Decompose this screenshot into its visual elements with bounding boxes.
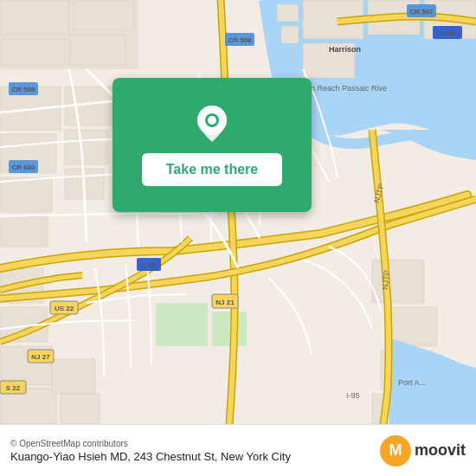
svg-text:S 22: S 22 bbox=[6, 384, 21, 392]
svg-text:NJ 21: NJ 21 bbox=[215, 299, 235, 306]
svg-rect-3 bbox=[74, 0, 134, 30]
svg-rect-31 bbox=[156, 303, 208, 346]
svg-rect-25 bbox=[52, 359, 95, 394]
svg-text:CR 509: CR 509 bbox=[11, 86, 35, 93]
svg-rect-10 bbox=[277, 4, 299, 22]
svg-rect-4 bbox=[0, 39, 65, 65]
svg-text:Port A...: Port A... bbox=[398, 378, 426, 387]
svg-text:NJ 27: NJ 27 bbox=[31, 353, 50, 361]
take-me-there-button[interactable]: Take me there bbox=[142, 153, 282, 186]
svg-point-61 bbox=[208, 116, 216, 125]
svg-text:US 22: US 22 bbox=[55, 305, 74, 312]
svg-text:Harrison: Harrison bbox=[329, 45, 361, 54]
bottom-left-info: © OpenStreetMap contributors Kuango-Yiao… bbox=[10, 439, 291, 463]
moovit-logo: M moovit bbox=[380, 435, 466, 466]
svg-text:I-95: I-95 bbox=[346, 391, 360, 400]
svg-rect-2 bbox=[0, 0, 69, 35]
address-text: Kuango-Yiao Hsieh MD, 243 Chestnut St, N… bbox=[10, 450, 291, 463]
moovit-brand-text: moovit bbox=[415, 441, 466, 460]
svg-rect-27 bbox=[372, 260, 424, 303]
bottom-bar: © OpenStreetMap contributors Kuango-Yiao… bbox=[0, 424, 476, 476]
location-card: Take me there bbox=[113, 78, 312, 212]
svg-rect-26 bbox=[61, 394, 100, 424]
svg-rect-15 bbox=[0, 216, 48, 247]
svg-text:I 78: I 78 bbox=[143, 261, 155, 269]
svg-text:CR 507: CR 507 bbox=[409, 8, 434, 16]
svg-text:CR 508: CR 508 bbox=[228, 36, 252, 44]
location-pin-icon bbox=[193, 105, 231, 143]
svg-text:CR 603: CR 603 bbox=[11, 164, 35, 171]
svg-rect-14 bbox=[0, 177, 52, 212]
svg-text:I 280: I 280 bbox=[440, 29, 455, 37]
svg-rect-11 bbox=[281, 26, 299, 43]
moovit-icon: M bbox=[380, 435, 411, 466]
osm-credit: © OpenStreetMap contributors bbox=[10, 439, 291, 448]
svg-rect-32 bbox=[212, 312, 247, 346]
svg-rect-17 bbox=[65, 130, 108, 164]
svg-rect-5 bbox=[69, 35, 125, 65]
svg-text:NJTP: NJTP bbox=[381, 270, 391, 290]
map-container: CR 507 CR 508 I 280 CR 509 CR 603 NJ 21 … bbox=[0, 0, 476, 424]
